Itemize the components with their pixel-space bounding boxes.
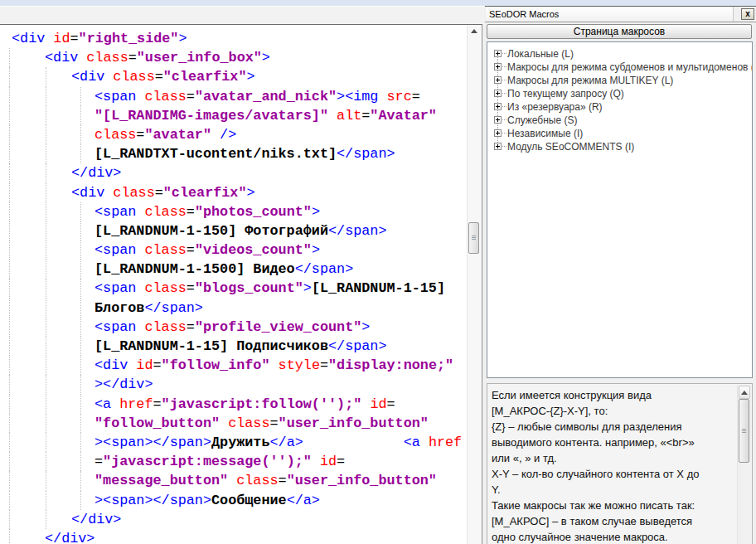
code-token: ></div> [94, 376, 153, 392]
code-line[interactable]: <span class="blogs_count">[L_RANDNUM-1-1… [0, 279, 467, 298]
tree-item[interactable]: Модуль SEoCOMMENTS (I) [487, 140, 752, 153]
expand-plus-icon[interactable] [494, 116, 502, 124]
expand-plus-icon[interactable] [494, 90, 502, 97]
code-token: "profile_view_count" [195, 319, 361, 335]
code-token: = [187, 319, 195, 335]
expand-plus-icon[interactable] [494, 103, 502, 110]
code-line[interactable]: <div id="right_side"> [0, 29, 467, 48]
code-line[interactable]: Блогов</span> [0, 299, 467, 318]
code-token: > [312, 204, 320, 220]
editor-scrollbar[interactable] [467, 25, 481, 544]
indent-guide [46, 491, 46, 510]
code-line[interactable]: [L_RANDNUM-1-15] Подписчиков</span> [0, 337, 467, 356]
scroll-up-button[interactable] [739, 386, 750, 399]
code-line[interactable]: [L_RANDNUM-1-150] Фотографий</span> [0, 221, 467, 240]
scroll-up-button[interactable] [468, 25, 481, 37]
indent-guide [46, 260, 46, 279]
code-token: </span> [328, 223, 387, 239]
code-line[interactable]: <div id="follow_info" style="display:non… [0, 356, 467, 375]
code-token: > [361, 319, 370, 335]
seodor-editor-window: { "window": { "title": "SEoDOR Macros", … [0, 0, 756, 544]
panel-title: SEoDOR Macros [486, 7, 734, 22]
code-line[interactable]: <span class="videos_count"> [0, 240, 467, 260]
macro-help-panel[interactable]: Если имеется конструкция вида[M_АКРОС-{Z… [487, 383, 753, 544]
macros-tree[interactable]: Локальные (L)Макросы для режима субдомен… [487, 41, 753, 378]
macros-page-button[interactable]: Страница макросов [487, 24, 752, 39]
arrow-up-icon [471, 29, 477, 33]
expand-plus-icon[interactable] [494, 63, 502, 70]
code-line[interactable]: <div class="clearfix"> [0, 67, 467, 86]
code-token: = [94, 454, 103, 469]
expand-plus-icon[interactable] [494, 50, 502, 57]
expand-plus-icon[interactable] [494, 76, 502, 84]
indent-guide [46, 395, 46, 414]
indent-guide [46, 202, 46, 221]
indent-guide [80, 375, 81, 394]
code-line[interactable]: ="javascript:message('');" id= [0, 452, 467, 471]
code-token: /> [211, 127, 236, 143]
code-token: > [247, 185, 255, 201]
tree-item[interactable]: Локальные (L) [487, 47, 752, 61]
indent-guide [46, 452, 46, 471]
code-token: > [262, 50, 270, 66]
code-token: "user_info_box" [137, 50, 262, 66]
code-token: = [153, 357, 162, 373]
code-token: </div> [71, 165, 121, 181]
code-token: class [144, 280, 186, 296]
help-line: одно случайное значение макроса. [492, 529, 752, 544]
help-scrollbar[interactable] [737, 385, 751, 544]
code-token: <a [94, 396, 119, 412]
scroll-thumb[interactable] [468, 222, 479, 254]
tree-item[interactable]: Служебные (S) [487, 114, 752, 127]
indent-guide [80, 260, 81, 279]
code-line[interactable]: ><span></span>Сообщение</a> [0, 491, 467, 510]
scroll-thumb[interactable] [739, 399, 749, 463]
code-line[interactable]: </div> [0, 510, 467, 529]
code-line[interactable]: [L_RANDTXT-ucontent/niks.txt]</span> [0, 144, 467, 163]
code-line[interactable]: [L_RANDNUM-1-1500] Видео</span> [0, 260, 467, 279]
code-token: class [228, 415, 269, 431]
expand-plus-icon[interactable] [494, 129, 502, 137]
code-line[interactable]: ><span></span>Дружить</a> <a href [0, 433, 467, 452]
code-line[interactable]: "[L_RANDIMG-images/avatars]" alt="Avatar… [0, 106, 467, 125]
window-top-strip [0, 0, 756, 6]
indent-guide [9, 318, 10, 337]
close-icon: x [745, 9, 750, 18]
tree-item[interactable]: По текущему запросу (Q) [487, 87, 752, 100]
tree-item[interactable]: Макросы для режима MULTIKEY (L) [487, 74, 752, 87]
tree-item[interactable]: Из «резервуара» (R) [487, 100, 752, 114]
code-token [220, 415, 228, 431]
code-line[interactable]: <span class="avatar_and_nick"><img src= [0, 87, 467, 106]
help-line: [M_АКРОС-{Z}-X-Y], то: [492, 403, 752, 419]
code-line[interactable]: <span class="profile_view_count"> [0, 318, 467, 337]
code-line[interactable]: ></div> [0, 375, 467, 394]
close-button[interactable]: x [741, 8, 754, 20]
indent-guide [80, 125, 81, 144]
code-lines[interactable]: <div id="right_side"><div class="user_in… [0, 25, 467, 544]
code-line[interactable]: <a href="javascript:follow('');" id= [0, 395, 467, 414]
code-line[interactable]: <div class="clearfix"> [0, 183, 467, 202]
code-token: id [136, 357, 153, 373]
expand-plus-icon[interactable] [494, 143, 502, 150]
tree-item-label: Макросы для режима субдоменов и мультидо… [507, 61, 753, 73]
code-token: "avatar_and_nick" [195, 89, 337, 104]
code-editor[interactable]: <div id="right_side"><div class="user_in… [0, 24, 482, 544]
code-token: "user_info_button" [279, 415, 429, 431]
code-line[interactable]: </div> [0, 163, 467, 182]
tree-item[interactable]: Макросы для режима субдоменов и мультидо… [487, 61, 752, 74]
indent-guide [9, 279, 10, 298]
code-token: <div [45, 50, 86, 66]
code-token: id [53, 31, 70, 46]
code-line[interactable]: <span class="photos_count"> [0, 202, 467, 221]
indent-guide [9, 221, 10, 240]
code-line[interactable]: class="avatar" /> [0, 125, 467, 144]
tree-item[interactable]: Независимые (I) [487, 127, 752, 140]
code-line[interactable]: <div class="user_info_box"> [0, 48, 467, 67]
indent-guide [46, 337, 46, 356]
grip-icon [742, 429, 746, 430]
tree-item-label: Макросы для режима MULTIKEY (L) [507, 75, 673, 86]
code-line[interactable]: "message_button" class="user_info_button… [0, 471, 467, 490]
code-line[interactable]: "follow_button" class="user_info_button" [0, 414, 467, 433]
help-line: [M_АКРОС] – в таком случае выведется [492, 513, 752, 529]
code-line[interactable]: </div> [0, 529, 467, 544]
